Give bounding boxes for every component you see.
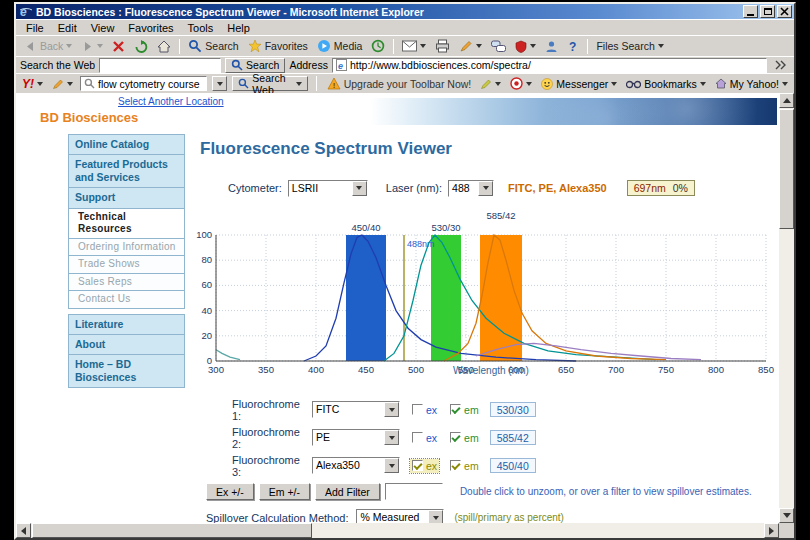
dropdown-arrow-icon[interactable] [428,510,443,523]
web-search-go-button[interactable]: Search [225,58,285,73]
horizontal-scroll-thumb[interactable] [32,523,312,538]
print-button[interactable] [431,38,454,54]
close-button[interactable] [777,5,792,18]
horizontal-scrollbar[interactable] [16,523,779,538]
fluorochrome-1-ex-checkbox[interactable]: ex [410,403,439,417]
sidebar-item-sales-reps[interactable]: Sales Reps [68,273,185,292]
favorites-button[interactable]: Favorites [244,38,312,54]
ie-page-icon: e [336,59,347,71]
sidebar-item-technical-resources[interactable]: Technical Resources [68,208,185,239]
menu-help[interactable]: Help [220,21,257,35]
research-button[interactable]: ? [563,39,583,54]
messenger-tool-button[interactable] [541,39,562,54]
sidebar-item-online-catalog[interactable]: Online Catalog [68,134,185,155]
vertical-scroll-thumb[interactable] [779,109,794,229]
sidebar-item-about[interactable]: About [68,334,185,355]
sidebar-item-support[interactable]: Support [68,187,185,208]
svg-text:585/42: 585/42 [486,210,515,221]
stop-button[interactable] [108,39,129,54]
sidebar-item-contact-us[interactable]: Contact Us [68,290,185,309]
yahoo-toolbar: Y! flow cytometry course Search Web [16,73,794,93]
add-filter-button[interactable]: Add Filter [315,483,380,500]
menu-file[interactable]: File [19,21,51,35]
scroll-right-button[interactable] [764,523,779,538]
menu-favorites[interactable]: Favorites [121,21,180,35]
history-button[interactable] [367,38,389,54]
home-button[interactable] [153,39,175,54]
sidebar-item-literature[interactable]: Literature [68,314,185,335]
yahoo-logo-button[interactable]: Y! [20,77,45,91]
search-web-input[interactable] [99,58,221,73]
fluorochrome-2-select[interactable]: PE [312,429,400,446]
fluorochrome-2-em-checkbox[interactable]: em [448,431,481,445]
spectrum-chart[interactable]: 450/40530/30585/42488nm30035040045050055… [194,205,779,377]
address-input[interactable]: e http://www.bdbiosciences.com/spectra/ [332,58,767,73]
dropdown-arrow-icon[interactable] [384,458,399,473]
yahoo-search-web-button[interactable]: Search Web [232,76,307,91]
fluorochrome-2-ex-checkbox[interactable]: ex [410,431,439,445]
yahoo-messenger-button[interactable]: Messenger [539,78,619,90]
fluorochrome-1-select[interactable]: FITC [312,401,400,418]
files-search-button[interactable]: Files Search [592,39,667,53]
sidebar-item-ordering-information[interactable]: Ordering Information [68,238,185,257]
yahoo-search-input[interactable]: flow cytometry course [80,76,207,91]
dropdown-arrow-icon[interactable] [478,181,493,196]
yahoo-query-text: flow cytometry course [98,78,200,90]
ex-toggle-button[interactable]: Ex +/- [206,483,254,500]
laser-select[interactable]: 488 [448,180,494,197]
yahoo-my-yahoo-button[interactable]: My Yahoo! [713,78,790,90]
scroll-up-button[interactable] [779,93,794,108]
minimize-button[interactable] [743,5,758,18]
yahoo-query-dropdown[interactable] [212,76,227,91]
maximize-button[interactable] [760,5,775,18]
window-titlebar[interactable]: e BD Biosciences : Fluorescence Spectrum… [16,4,794,19]
dropdown-arrow-icon[interactable] [384,402,399,417]
menu-tools[interactable]: Tools [181,21,221,35]
cytometer-select[interactable]: LSRII [288,180,368,197]
web-page: Select Another Location BD Biosciences O… [16,93,779,523]
browser-content: Select Another Location BD Biosciences O… [16,93,794,538]
scroll-left-button[interactable] [16,523,31,538]
yahoo-bookmarks-button[interactable]: Bookmarks [624,78,708,90]
em-toggle-button[interactable]: Em +/- [259,483,310,500]
menu-edit[interactable]: Edit [51,21,84,35]
discuss-bubbles-icon [491,40,506,53]
select-location-link[interactable]: Select Another Location [118,96,224,107]
edit-button[interactable] [455,38,486,54]
address-label: Address [289,59,328,71]
spillover-method-select[interactable]: % Measured [356,509,444,523]
discuss-button[interactable] [487,39,510,54]
person-icon [545,40,558,53]
upgrade-toolbar-button[interactable]: ! Upgrade your Toolbar Now! [325,77,474,90]
back-button[interactable]: Back [20,39,76,54]
filter-buttons-row: Ex +/- Em +/- Add Filter Double click to… [206,483,752,500]
forward-button[interactable] [77,39,107,54]
yahoo-target-button[interactable] [508,77,534,90]
yahoo-compose-button[interactable] [50,78,75,90]
new-filter-input[interactable] [385,483,443,500]
svg-text:850: 850 [758,364,774,375]
double-chevron-icon [775,60,786,70]
search-button[interactable]: Search [184,38,242,54]
mail-button[interactable] [398,39,430,53]
vertical-scrollbar[interactable] [779,93,794,523]
menu-view[interactable]: View [84,21,122,35]
fluorochrome-3-select[interactable]: Alexa350 [312,457,400,474]
fluorochrome-3-ex-checkbox[interactable]: ex [410,459,439,473]
refresh-button[interactable] [130,39,152,54]
scroll-down-button[interactable] [779,508,794,523]
dropdown-arrow-icon[interactable] [352,181,367,196]
sidebar-item-home[interactable]: Home – BD Biosciences [68,354,185,388]
yahoo-edit-button[interactable] [478,78,503,90]
fluorochrome-1-em-checkbox[interactable]: em [448,403,481,417]
dropdown-arrow-icon[interactable] [384,430,399,445]
antivirus-shield-button[interactable] [511,39,540,54]
em-label: em [464,404,479,416]
sidebar-item-featured-products[interactable]: Featured Products and Services [68,154,185,188]
toolbar-overflow-chevron[interactable] [771,59,790,71]
web-search-go-label: Search [246,59,279,71]
sidebar-item-trade-shows[interactable]: Trade Shows [68,255,185,274]
ie-logo-icon: e [19,5,33,18]
media-button[interactable]: Media [313,38,367,54]
fluorochrome-3-em-checkbox[interactable]: em [448,459,481,473]
